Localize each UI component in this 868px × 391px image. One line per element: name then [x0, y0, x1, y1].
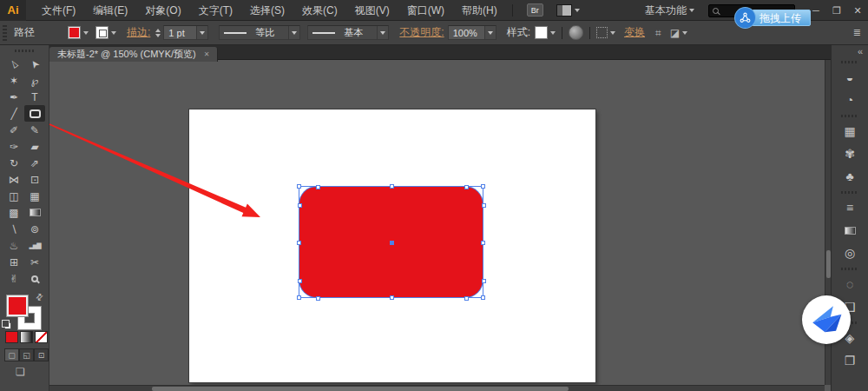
arrange-dropdown[interactable]: ◪ — [670, 27, 687, 39]
rotate-tool[interactable]: ↻ — [3, 155, 24, 171]
align-objects-dropdown[interactable] — [596, 27, 615, 38]
menu-select[interactable]: 选择(S) — [241, 0, 293, 21]
artboard-tool[interactable]: ⊞ — [3, 254, 24, 270]
menu-type[interactable]: 文字(T) — [190, 0, 241, 21]
anchor-point[interactable] — [316, 296, 320, 301]
hand-tool[interactable]: ✌ — [3, 270, 24, 287]
symbol-sprayer-tool[interactable]: ♨ — [3, 237, 24, 254]
handle-top-left[interactable] — [297, 184, 301, 189]
panel-artboards[interactable]: ❐ — [834, 349, 865, 372]
anchor-point[interactable] — [298, 203, 302, 208]
magic-wand-tool[interactable]: ✶ — [3, 72, 24, 89]
rounded-rectangle-tool[interactable] — [24, 105, 45, 122]
fill-swatch[interactable] — [68, 26, 81, 39]
workspace-switcher[interactable]: 基本功能 — [645, 3, 694, 18]
menu-edit[interactable]: 编辑(E) — [84, 0, 136, 21]
panel-stroke[interactable]: ≡ — [834, 196, 865, 219]
bird-app-logo[interactable] — [802, 295, 851, 344]
eyedropper-tool[interactable]: ∖ — [3, 221, 24, 237]
paintbrush-tool[interactable]: ✐ — [3, 122, 24, 138]
menu-file[interactable]: 文件(F) — [33, 0, 84, 21]
panel-symbols[interactable]: ♣ — [834, 165, 865, 188]
eraser-tool[interactable]: ▰ — [24, 138, 45, 155]
panel-grip[interactable] — [15, 50, 34, 52]
zoom-tool[interactable] — [24, 270, 45, 287]
stroke-panel-link[interactable]: 描边: — [127, 25, 150, 40]
default-fill-stroke-icon[interactable] — [4, 322, 11, 329]
handle-bottom-left[interactable] — [297, 295, 301, 300]
align-artboard-icon[interactable]: ⌗ — [655, 27, 661, 39]
gradient-button[interactable] — [20, 331, 33, 343]
direct-selection-tool[interactable]: ➤ — [24, 56, 45, 72]
panel-color-guide[interactable]: ◔ — [834, 89, 865, 111]
maximize-button[interactable]: ❐ — [826, 1, 847, 20]
blend-tool[interactable]: ⊚ — [24, 221, 45, 237]
stroke-weight-field[interactable]: 1 pt — [163, 25, 208, 40]
brush-definition-select[interactable]: 基本 — [307, 25, 389, 40]
mesh-tool[interactable]: ▩ — [3, 204, 24, 221]
brush-definition-dropdown[interactable] — [377, 26, 388, 39]
collapse-controlbar-icon[interactable]: ≣ — [853, 27, 861, 38]
anchor-point[interactable] — [464, 296, 469, 301]
opacity-field[interactable]: 100% — [448, 25, 496, 40]
anchor-point[interactable] — [298, 279, 302, 283]
horizontal-scrollbar[interactable] — [49, 385, 825, 391]
perspective-grid-tool[interactable]: ▦ — [24, 188, 45, 204]
screen-mode-button[interactable]: ❏ — [16, 366, 25, 378]
stroke-swatch[interactable] — [95, 26, 108, 39]
opacity-panel-link[interactable]: 不透明度: — [399, 25, 444, 40]
canvas-area[interactable] — [49, 60, 831, 391]
width-profile-dropdown[interactable] — [288, 26, 299, 39]
panel-appearance[interactable]: ◌ — [834, 273, 865, 295]
menu-object[interactable]: 对象(O) — [136, 0, 189, 21]
handle-top-center[interactable] — [390, 184, 394, 189]
anchor-point[interactable] — [482, 279, 486, 283]
drag-upload-button[interactable]: 拖拽上传 — [735, 8, 811, 28]
menu-window[interactable]: 窗口(W) — [398, 0, 453, 21]
width-tool[interactable]: ⋈ — [3, 171, 24, 188]
document-tab[interactable]: 未标题-2* @ 150% (CMYK/预览) ✕ — [49, 47, 218, 62]
draw-behind-button[interactable]: ◱ — [19, 348, 34, 361]
scale-tool[interactable]: ⇗ — [24, 155, 45, 171]
fill-color-dropdown[interactable] — [68, 26, 89, 39]
free-transform-tool[interactable]: ⊡ — [24, 171, 45, 188]
pen-tool[interactable]: ✒ — [3, 89, 24, 105]
fill-proxy-swatch[interactable] — [6, 295, 29, 317]
anchor-point[interactable] — [316, 185, 320, 189]
stroke-weight-dropdown[interactable] — [196, 26, 207, 39]
handle-middle-right[interactable] — [481, 241, 485, 245]
color-button[interactable] — [5, 331, 18, 343]
slice-tool[interactable]: ✂ — [24, 254, 45, 270]
panel-brushes[interactable]: ✾ — [834, 142, 865, 165]
gradient-tool[interactable] — [24, 204, 45, 221]
menu-effect[interactable]: 效果(C) — [293, 0, 346, 21]
handle-top-right[interactable] — [481, 184, 485, 189]
horizontal-scrollbar-thumb[interactable] — [152, 387, 569, 391]
type-tool[interactable]: T — [24, 89, 45, 105]
line-segment-tool[interactable]: ╱ — [3, 105, 24, 122]
style-swatch[interactable] — [535, 26, 548, 39]
panel-grip[interactable] — [841, 191, 858, 194]
stroke-color-dropdown[interactable] — [95, 26, 116, 39]
center-point[interactable] — [390, 241, 394, 245]
recolor-artwork-icon[interactable] — [569, 25, 583, 40]
draw-normal-button[interactable]: ▢ — [4, 348, 19, 361]
blob-brush-tool[interactable]: ✑ — [3, 138, 24, 155]
column-graph-tool[interactable]: ▂▅▇ — [24, 237, 45, 254]
shape-builder-tool[interactable]: ◫ — [3, 188, 24, 204]
width-profile-select[interactable]: 等比 — [219, 25, 300, 40]
selection-tool[interactable]: ▻ — [3, 56, 24, 72]
handle-bottom-right[interactable] — [481, 295, 485, 300]
stroke-weight-stepper[interactable] — [155, 29, 161, 37]
transform-panel-link[interactable]: 变换 — [624, 25, 645, 40]
handle-bottom-center[interactable] — [390, 295, 394, 300]
expand-panels-icon[interactable]: « — [832, 45, 868, 57]
arrange-documents-icon[interactable] — [556, 4, 572, 17]
handle-middle-left[interactable] — [297, 241, 301, 245]
step-down-icon[interactable] — [155, 34, 161, 37]
menu-view[interactable]: 视图(V) — [346, 0, 398, 21]
panel-transparency[interactable]: ◎ — [834, 242, 865, 264]
swap-fill-stroke-icon[interactable]: ⇄ — [33, 291, 45, 303]
chevron-down-icon[interactable] — [575, 9, 580, 12]
anchor-point[interactable] — [482, 203, 486, 208]
